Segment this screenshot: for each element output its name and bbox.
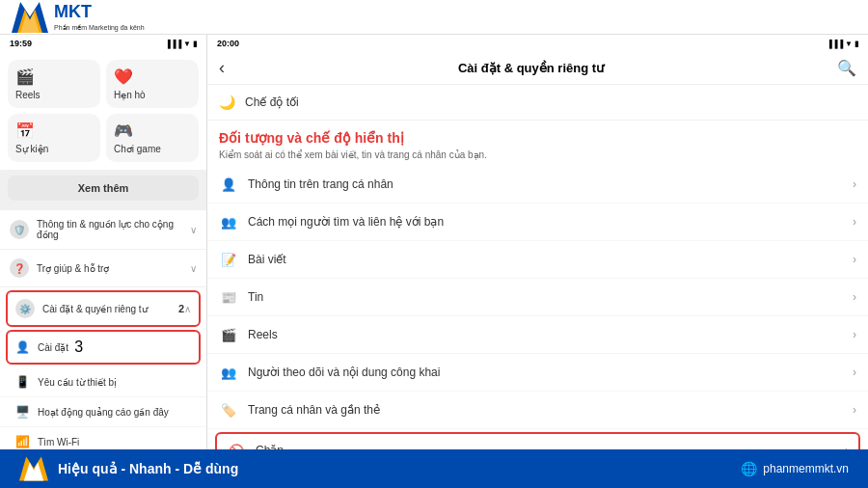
bottom-footer: Hiệu quả - Nhanh - Dễ dùng 🌐 phanmemmkt.… (0, 449, 868, 488)
profile-tags-icon: 🏷️ (219, 400, 238, 420)
menu-item-dating[interactable]: ❤️ Hẹn hò (106, 60, 199, 108)
block-icon: 🚫 (227, 441, 246, 449)
dark-mode-text: Chế độ tối (245, 95, 299, 109)
stories-icon: 📰 (219, 287, 238, 307)
community-icon: 🛡️ (10, 220, 29, 239)
right-item-block[interactable]: 🚫 Chặn › (215, 432, 860, 449)
logo-area: MKT Phần mềm Marketing đa kênh (12, 2, 145, 33)
right-item-profile-info[interactable]: 👤 Thông tin trên trang cá nhân › (207, 166, 868, 203)
ads-icon: 🖥️ (15, 405, 30, 419)
followers-icon: 👥 (219, 363, 238, 382)
nav-title: Cài đặt & quyền riêng tư (458, 61, 604, 75)
gaming-label: Chơi game (114, 144, 161, 154)
help-text: Trợ giúp & hỗ trợ (37, 263, 190, 274)
xem-them-button[interactable]: Xem thêm (8, 176, 199, 201)
right-item-profile-tags[interactable]: 🏷️ Trang cá nhân và gần thẻ › (207, 392, 868, 429)
search-icon[interactable]: 🔍 (837, 59, 856, 77)
right-item-reels[interactable]: 🎬 Reels › (207, 316, 868, 354)
mkt-logo-icon (12, 2, 48, 33)
sub-item-device[interactable]: 📱 Yêu cầu từ thiết bị (0, 367, 206, 397)
right-item-stories[interactable]: 📰 Tin › (207, 279, 868, 316)
right-status-icons: ▐▐▐ ▼ ▮ (827, 40, 858, 48)
events-label: Sự kiện (15, 144, 48, 154)
find-contact-arrow: › (853, 215, 856, 229)
reels-icon: 🎬 (15, 68, 35, 86)
section-list: 🛡️ Thông tin & nguồn lực cho cộng đồng ∨… (0, 210, 206, 449)
right-item-posts[interactable]: 📝 Bài viết › (207, 241, 868, 279)
reels-label: Reels (15, 90, 41, 100)
right-item-find-contact[interactable]: 👥 Cách mọi người tìm và liên hệ với bạn … (207, 203, 868, 241)
right-time: 20:00 (217, 39, 239, 48)
left-time: 19:59 (10, 39, 32, 48)
section-settings[interactable]: ⚙️ Cài đặt & quyền riêng tư 2 ∧ (6, 290, 201, 327)
sub-item-wifi[interactable]: 📶 Tìm Wi-Fi (0, 427, 206, 449)
settings-sub-text: Cài đặt (38, 342, 68, 353)
reels-right-icon: 🎬 (219, 325, 238, 344)
sub-item-ads[interactable]: 🖥️ Hoạt động quảng cáo gần đây (0, 397, 206, 427)
sub-item-settings[interactable]: 👤 Cài đặt 3 (6, 330, 201, 365)
right-scroll[interactable]: 🌙 Chế độ tối Đối tượng và chế độ hiển th… (207, 85, 868, 449)
audience-title: Đối tượng và chế độ hiển thị (219, 130, 856, 146)
stories-arrow: › (853, 290, 856, 304)
find-contact-text: Cách mọi người tìm và liên hệ với bạn (248, 215, 843, 229)
settings-sub-badge: 3 (74, 339, 83, 356)
right-item-followers[interactable]: 👥 Người theo dõi và nội dung công khai › (207, 354, 868, 392)
menu-item-events[interactable]: 📅 Sự kiện (8, 114, 100, 162)
menu-grid: 🎬 Reels ❤️ Hẹn hò 📅 Sự kiện 🎮 Chơi game (0, 52, 206, 170)
profile-tags-text: Trang cá nhân và gần thẻ (248, 403, 843, 417)
left-status-bar: 19:59 ▐▐▐ ▼ ▮ (0, 35, 206, 52)
profile-info-icon: 👤 (219, 175, 238, 194)
left-scroll[interactable]: 🎬 Reels ❤️ Hẹn hò 📅 Sự kiện 🎮 Chơi game … (0, 52, 206, 449)
footer-slogan: Hiệu quả - Nhanh - Dễ dùng (58, 461, 238, 476)
back-button[interactable]: ‹ (219, 58, 225, 78)
settings-section-text: Cài đặt & quyền riêng tư (42, 304, 175, 314)
signal-icon: ▐▐▐ (165, 40, 181, 48)
footer-right: 🌐 phanmemmkt.vn (741, 461, 849, 476)
right-panel: 20:00 ▐▐▐ ▼ ▮ ‹ Cài đặt & quyền riêng tư… (207, 35, 868, 449)
find-contact-icon: 👥 (219, 212, 238, 231)
menu-item-gaming[interactable]: 🎮 Chơi game (106, 114, 199, 162)
settings-section-icon: ⚙️ (15, 299, 35, 318)
left-panel: 19:59 ▐▐▐ ▼ ▮ 🎬 Reels ❤️ Hẹn hò 📅 (0, 35, 207, 449)
device-icon: 📱 (15, 375, 30, 389)
community-arrow: ∨ (190, 225, 197, 235)
logo-sub: Phần mềm Marketing đa kênh (54, 24, 145, 32)
dark-mode-item[interactable]: 🌙 Chế độ tối (207, 85, 868, 121)
followers-arrow: › (853, 366, 856, 379)
reels-right-arrow: › (853, 328, 856, 341)
battery-icon: ▮ (193, 40, 197, 48)
stories-text: Tin (248, 290, 843, 304)
profile-tags-arrow: › (853, 403, 856, 417)
settings-arrow: ∧ (184, 304, 191, 314)
profile-info-arrow: › (853, 177, 856, 191)
menu-item-reels[interactable]: 🎬 Reels (8, 60, 100, 108)
help-icon: ❓ (10, 258, 29, 278)
dating-label: Hẹn hò (114, 90, 146, 100)
r-wifi-icon: ▼ (845, 40, 853, 48)
section-community[interactable]: 🛡️ Thông tin & nguồn lực cho cộng đồng ∨ (0, 210, 206, 250)
section-help[interactable]: ❓ Trợ giúp & hỗ trợ ∨ (0, 250, 206, 287)
r-battery-icon: ▮ (854, 40, 858, 48)
posts-arrow: › (853, 253, 856, 266)
left-status-icons: ▐▐▐ ▼ ▮ (165, 40, 197, 48)
right-status-bar: 20:00 ▐▐▐ ▼ ▮ (207, 35, 868, 52)
wifi-text: Tìm Wi-Fi (38, 437, 79, 447)
reels-right-text: Reels (248, 328, 843, 341)
wifi-icon: ▼ (183, 40, 191, 48)
r-signal-icon: ▐▐▐ (827, 40, 843, 48)
right-nav: ‹ Cài đặt & quyền riêng tư 🔍 (207, 52, 868, 85)
footer-left: Hiệu quả - Nhanh - Dễ dùng (19, 456, 238, 481)
settings-sub-icon: 👤 (15, 340, 30, 354)
audience-section-heading: Đối tượng và chế độ hiển thị Kiểm soát a… (207, 121, 868, 166)
help-arrow: ∨ (190, 263, 197, 274)
footer-website: phanmemmkt.vn (763, 462, 849, 475)
globe-icon: 🌐 (741, 461, 757, 476)
dark-mode-icon: 🌙 (219, 95, 235, 110)
profile-info-text: Thông tin trên trang cá nhân (248, 177, 843, 191)
followers-text: Người theo dõi và nội dung công khai (248, 366, 843, 379)
posts-text: Bài viết (248, 253, 843, 266)
gaming-icon: 🎮 (114, 122, 133, 140)
audience-desc: Kiểm soát ai có thể xem bài viết, tin và… (219, 149, 856, 162)
device-text: Yêu cầu từ thiết bị (38, 377, 117, 388)
posts-icon: 📝 (219, 250, 238, 269)
